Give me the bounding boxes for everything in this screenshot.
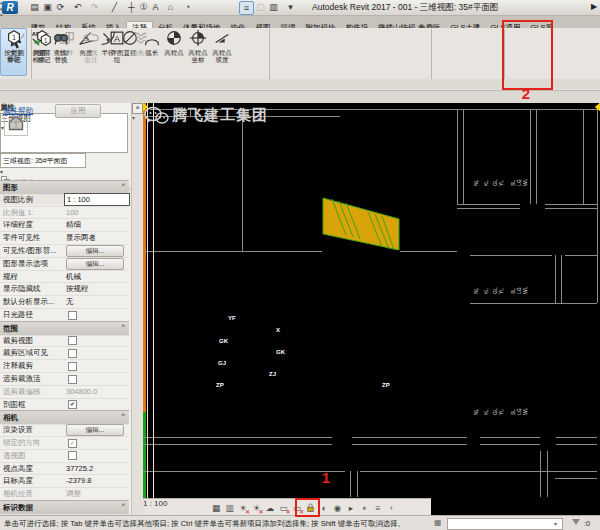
tool-高程点[interactable]: 高程点	[162, 29, 186, 77]
visual-style-icon[interactable]: ▥	[224, 502, 236, 514]
annotation-box-step2	[502, 20, 553, 90]
status-bar: 单击可进行选择; 按 Tab 键并单击可选择其他项目; 按 Ctrl 键并单击可…	[0, 515, 600, 530]
close-hidden-windows-icon[interactable]: ▢	[254, 1, 267, 13]
property-row-裁剪视图[interactable]: 裁剪视图	[0, 334, 129, 348]
tool-高程点坡度[interactable]: 高程点坡度	[210, 29, 234, 77]
property-row-可见性/图形替...[interactable]: 可见性/图形替...编辑...	[0, 244, 129, 258]
锁定的方向-checkbox[interactable]: ✔	[68, 439, 77, 448]
text-icon[interactable]: A	[149, 1, 162, 13]
show-constraints-icon[interactable]: ⌖	[359, 502, 371, 514]
save-icon[interactable]: ▣	[41, 1, 54, 13]
temporary-view-properties-icon[interactable]: ▸	[345, 502, 357, 514]
collapse-section-icon[interactable]: ^	[121, 412, 125, 418]
redo-icon[interactable]: ↷	[88, 1, 101, 13]
reveal-hidden-elements-icon[interactable]: ◉	[332, 502, 344, 514]
sync-with-central-icon[interactable]: ⟳	[54, 1, 67, 13]
wall-line	[545, 208, 597, 209]
properties-help-link[interactable]: 属性帮助	[3, 106, 33, 116]
property-row-图形显示选项[interactable]: 图形显示选项编辑...	[0, 257, 129, 271]
wall-line	[360, 471, 597, 472]
property-row-渲染设置[interactable]: 渲染设置编辑...	[0, 423, 129, 437]
title-overflow-icon[interactable]: ▶	[591, 2, 597, 11]
view-instance-combo-arrow[interactable]: ▾	[0, 168, 131, 175]
switch-windows-icon[interactable]: ▥	[267, 1, 280, 13]
view-instance-combo[interactable]: 三维视图: 35#平面图	[0, 153, 86, 168]
watermark-text: 腾飞建工集团	[172, 106, 268, 125]
combo-dropdown-icon[interactable]: ▾	[554, 520, 557, 527]
pipe-tag: YL	[499, 288, 504, 294]
property-row-远剪裁偏移[interactable]: 远剪裁偏移304800.0	[0, 385, 129, 399]
property-row-零件可见性[interactable]: 零件可见性显示两者	[0, 231, 129, 245]
property-row-日光路径[interactable]: 日光路径	[0, 308, 129, 322]
property-row-远剪裁激活[interactable]: 远剪裁激活	[0, 372, 129, 386]
裁剪视图-checkbox[interactable]	[68, 336, 77, 345]
property-row-相机位置[interactable]: 相机位置调整	[0, 487, 129, 501]
collapse-section-icon[interactable]: ^	[121, 502, 125, 508]
duct-joint-line	[147, 103, 148, 515]
wall-line	[561, 255, 562, 303]
property-row-裁剪区域可见[interactable]: 裁剪区域可见	[0, 346, 129, 360]
shadows-icon[interactable]: ☀✕	[251, 502, 263, 514]
duct-transition[interactable]	[322, 197, 400, 255]
sketchy-lines-icon[interactable]: ☁	[264, 502, 276, 514]
property-row-剖面框[interactable]: 剖面框✔	[0, 398, 129, 412]
view-scale-input[interactable]: 1 : 100	[64, 193, 130, 206]
detail-level-icon[interactable]: ▦	[210, 502, 222, 514]
property-row-锁定的方向[interactable]: 锁定的方向✔	[0, 436, 129, 450]
property-row-规程[interactable]: 规程机械	[0, 270, 129, 284]
section-icon[interactable]: ◔	[181, 1, 194, 13]
crop-view-icon[interactable]: ▭✕	[278, 502, 290, 514]
property-row-默认分析显示...[interactable]: 默认分析显示...无	[0, 295, 129, 309]
drawing-area[interactable]: NLKLGLYLSLLGWLNLKLGLYLSLLGWLNLKLGLYLSLLG…	[143, 103, 600, 515]
filter-icon[interactable]	[572, 519, 580, 525]
open-icon[interactable]: ▤	[28, 1, 41, 13]
注释裁剪-checkbox[interactable]	[68, 362, 77, 371]
tool-按类别标记[interactable]: 1按类别标记	[2, 29, 26, 77]
wall-line	[352, 437, 467, 438]
collapse-section-icon[interactable]: ^	[121, 182, 125, 188]
property-row-详细程度[interactable]: 详细程度精细	[0, 218, 129, 232]
tool-全部标记[interactable]: 1全部标记	[32, 29, 56, 77]
property-row-目标高度[interactable]: 目标高度-2379.8	[0, 474, 129, 488]
wall-line	[547, 451, 548, 497]
spotslope-icon	[210, 29, 234, 49]
revit-menu-button[interactable]: R	[2, 1, 18, 14]
tool-高程点坐标[interactable]: 高程点坐标	[186, 29, 210, 77]
measure-icon[interactable]: ╱	[108, 1, 121, 13]
default-3d-view-icon[interactable]: ⌂	[164, 1, 177, 13]
图形显示选项-edit-button[interactable]: 编辑...	[66, 258, 124, 270]
collapse-icon[interactable]: ‹	[386, 502, 398, 514]
wall-line	[545, 204, 597, 205]
渲染设置-edit-button[interactable]: 编辑...	[66, 424, 124, 436]
透视图-checkbox[interactable]	[68, 451, 77, 460]
thin-lines-icon[interactable]: ≡	[239, 1, 254, 15]
customize-qat-icon[interactable]: ▾	[284, 1, 297, 13]
tool-云线批注[interactable]: 云线批注	[79, 29, 103, 77]
collapse-section-icon[interactable]: ^	[121, 323, 125, 329]
design-options-combo[interactable]	[447, 518, 563, 530]
property-row-透视图[interactable]: 透视图	[0, 449, 129, 463]
wall-line	[556, 444, 597, 445]
property-row-视图比例[interactable]: 视图比例1 : 100	[0, 193, 129, 207]
可见性/图形替...-edit-button[interactable]: 编辑...	[66, 245, 124, 257]
undo-icon[interactable]: ↶	[71, 1, 84, 13]
日光路径-checkbox[interactable]	[68, 311, 77, 320]
scroll-up-icon[interactable]: ▾	[132, 114, 143, 121]
apply-button[interactable]: 应用	[55, 104, 101, 118]
property-row-视点高度[interactable]: 视点高度37725.2	[0, 462, 129, 476]
close-properties-icon[interactable]: ×	[132, 103, 143, 114]
property-row-注释裁剪[interactable]: 注释裁剪	[0, 359, 129, 373]
tool-详图组[interactable]: A详图组	[105, 29, 129, 77]
analytical-model-icon[interactable]: ≡	[372, 502, 384, 514]
tool-隔热层[interactable]: 隔热层	[129, 29, 153, 77]
裁剪区域可见-checkbox[interactable]	[68, 349, 77, 358]
property-row-比例值 1:[interactable]: 比例值 1:100	[0, 206, 129, 220]
远剪裁激活-checkbox[interactable]	[68, 375, 77, 384]
剖面框-checkbox[interactable]: ✔	[68, 400, 77, 409]
group-icon: A	[105, 29, 129, 49]
sun-path-icon[interactable]: ☀✕	[237, 502, 249, 514]
property-row-显示隐藏线[interactable]: 显示隐藏线按规程	[0, 282, 129, 296]
tab-注释[interactable]: 注释	[126, 21, 153, 28]
type-selector[interactable]: 三维视图▾	[0, 113, 128, 153]
vertical-pipe[interactable]	[143, 103, 146, 412]
